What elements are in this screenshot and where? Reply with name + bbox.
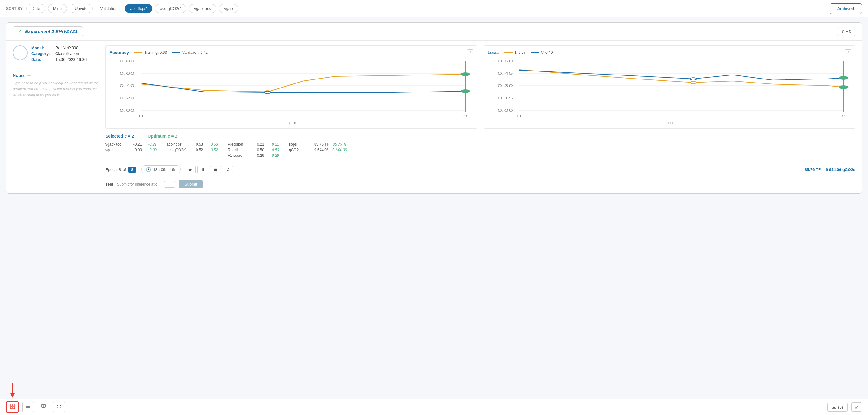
model-value: RegNetY008 xyxy=(55,46,78,50)
accuracy-expand-button[interactable]: ⤢ xyxy=(467,50,473,55)
archived-button[interactable]: Archived xyxy=(830,3,862,14)
clock-icon: 🕐 xyxy=(146,167,151,172)
svg-text:0.00: 0.00 xyxy=(119,109,135,112)
acc-gco2e-row: acc-gCO2e' 0.52 0.52 xyxy=(166,148,218,152)
f1-name: F1-score xyxy=(228,153,249,158)
upvote-count: + 0 xyxy=(846,29,851,34)
acc-flops-val2: 0.53 xyxy=(207,142,218,147)
experiment-title: ✓ Experiment 2 EHiYZYZ1 xyxy=(13,26,83,36)
tab-vgap-acc[interactable]: vgap'-acc xyxy=(189,4,216,13)
acc-flops-row: acc-flops' 0.53 0.53 xyxy=(166,142,218,147)
f1-row: F1-score 0.29 0.29 xyxy=(228,153,279,158)
charts-row: Accuracy Training: 0.63 Validation: 0.42… xyxy=(105,46,855,129)
svg-text:0.15: 0.15 xyxy=(497,96,513,100)
epoch-controls: Epoch 8 of 8 🕐 18h 09m 16s ▶ ⏸ ⏹ xyxy=(105,162,855,176)
check-icon: ✓ xyxy=(18,28,22,34)
experiment-name: Experiment 2 EHiYZYZ1 xyxy=(25,29,78,34)
accuracy-chart: Accuracy Training: 0.63 Validation: 0.42… xyxy=(105,46,477,129)
sort-by-label: SORT BY xyxy=(6,6,23,11)
loss-v-label: V: 0.40 xyxy=(541,51,553,55)
vgap-metric-group: vgap'-acc -0.21 -0.21 vgap 0.00 0.00 xyxy=(105,142,157,158)
acc-gco2e-val1: 0.52 xyxy=(192,148,203,152)
loss-chart-title: Loss: xyxy=(488,50,499,55)
selected-c-text: Selected c = 2 xyxy=(105,134,134,139)
recall-row: Recall 0.50 0.50 xyxy=(228,148,279,152)
svg-text:0.30: 0.30 xyxy=(497,84,513,88)
time-display: 🕐 18h 09m 16s xyxy=(141,166,181,174)
model-info: Model: RegNetY008 Category: Classificati… xyxy=(31,46,87,63)
experiment-card: ✓ Experiment 2 EHiYZYZ1 ⇧ + 0 Model: Reg… xyxy=(6,22,862,194)
vgap-name: vgap xyxy=(105,148,127,152)
epoch-current-text: 8 xyxy=(119,167,121,172)
f1-val2: 0.29 xyxy=(268,153,279,158)
tab-acc-flops[interactable]: acc-flops' xyxy=(125,4,152,13)
tab-upvote[interactable]: Upvote xyxy=(69,4,93,13)
date-label: Date: xyxy=(31,57,53,62)
blue-line xyxy=(172,52,181,53)
notes-section: Notes ✏ Type here to help your colleague… xyxy=(13,73,99,98)
tab-vgap[interactable]: vgap xyxy=(219,4,238,13)
svg-point-14 xyxy=(265,91,271,94)
playback-controls: ▶ ⏸ ⏹ ↺ xyxy=(186,166,233,174)
loss-chart-svg-wrapper: 0.60 0.45 0.30 0.15 0.00 0 8 xyxy=(488,58,851,120)
accuracy-epoch-label: Epoch xyxy=(110,121,473,125)
submit-button[interactable]: Submit xyxy=(179,180,203,188)
test-row: Test Submit for inference at c = Submit xyxy=(105,180,855,188)
tab-date[interactable]: Date xyxy=(26,4,45,13)
svg-point-31 xyxy=(690,78,696,80)
epoch-label-text: Epoch xyxy=(105,167,117,172)
validation-legend: Validation: 0.42 xyxy=(172,51,208,55)
stop-button[interactable]: ⏹ xyxy=(210,166,221,174)
svg-text:0.60: 0.60 xyxy=(119,72,135,75)
acc-flops-name: acc-flops' xyxy=(166,142,188,147)
svg-text:0: 0 xyxy=(139,114,143,118)
recall-val1: 0.50 xyxy=(253,148,264,152)
flops-val1: 85.75 TF xyxy=(314,142,329,147)
tab-mine[interactable]: Mine xyxy=(48,4,67,13)
f1-val1: 0.29 xyxy=(253,153,264,158)
top-bar: SORT BY Date Mine Upvote Validation acc-… xyxy=(0,0,868,17)
loss-blue-line xyxy=(531,52,539,53)
svg-text:8: 8 xyxy=(463,114,468,118)
loss-epoch-label: Epoch xyxy=(488,121,851,125)
vgap-val1: 0.00 xyxy=(131,148,142,152)
test-label: Test xyxy=(105,182,114,186)
svg-point-15 xyxy=(461,72,470,76)
vgap-acc-name: vgap'-acc xyxy=(105,142,127,147)
left-panel: Model: RegNetY008 Category: Classificati… xyxy=(13,46,99,188)
replay-button[interactable]: ↺ xyxy=(223,166,233,174)
play-button[interactable]: ▶ xyxy=(186,166,195,174)
selected-optimum-row: Selected c = 2 | Optimum c = 2 xyxy=(105,134,855,139)
recall-val2: 0.50 xyxy=(268,148,279,152)
card-body: Model: RegNetY008 Category: Classificati… xyxy=(6,40,862,193)
acc-gco2e-val2: 0.52 xyxy=(207,148,218,152)
orange-line xyxy=(134,52,143,53)
precision-name: Precision xyxy=(228,142,249,147)
loss-expand-button[interactable]: ⤢ xyxy=(845,50,851,55)
tab-validation[interactable]: Validation xyxy=(95,4,122,13)
epoch-total-badge: 8 xyxy=(128,167,136,173)
flops-row: flops 85.75 TF 85.75 TF xyxy=(289,142,348,147)
acc-flops-val1: 0.53 xyxy=(192,142,203,147)
category-value: Classification xyxy=(55,51,79,56)
pause-button[interactable]: ⏸ xyxy=(197,166,208,174)
svg-text:0.40: 0.40 xyxy=(119,84,135,88)
edit-icon[interactable]: ✏ xyxy=(27,73,31,78)
loss-orange-line xyxy=(504,52,513,53)
precision-metric-group: Precision 0.21 0.21 Recall 0.50 0.50 F1-… xyxy=(228,142,279,158)
svg-text:0.20: 0.20 xyxy=(119,96,135,100)
loss-v-legend: V: 0.40 xyxy=(531,51,553,55)
vgap-acc-row: vgap'-acc -0.21 -0.21 xyxy=(105,142,157,147)
tab-acc-gco2e[interactable]: acc-gCO2e' xyxy=(155,4,186,13)
c-value-input[interactable] xyxy=(164,181,175,188)
vgap-row: vgap 0.00 0.00 xyxy=(105,148,157,152)
flops-name: flops xyxy=(289,142,311,147)
svg-text:0: 0 xyxy=(517,114,521,118)
vgap-val2: 0.00 xyxy=(146,148,157,152)
time-value: 18h 09m 16s xyxy=(153,167,176,172)
precision-val2: 0.21 xyxy=(268,142,279,147)
accuracy-chart-title: Accuracy xyxy=(110,50,129,55)
upvote-button[interactable]: ⇧ + 0 xyxy=(837,27,855,36)
right-panel: Accuracy Training: 0.63 Validation: 0.42… xyxy=(105,46,855,188)
experiment-header: ✓ Experiment 2 EHiYZYZ1 ⇧ + 0 xyxy=(6,23,862,40)
